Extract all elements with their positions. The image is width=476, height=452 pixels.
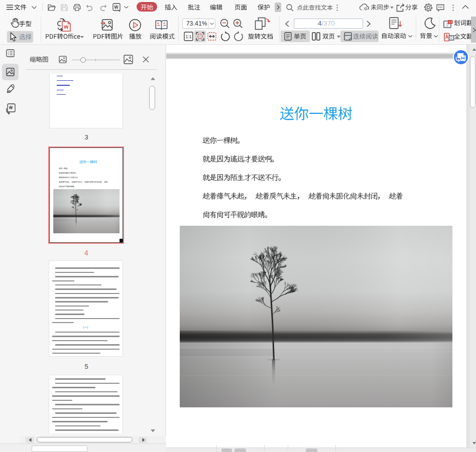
svg-text:1:1: 1:1 bbox=[186, 34, 192, 39]
